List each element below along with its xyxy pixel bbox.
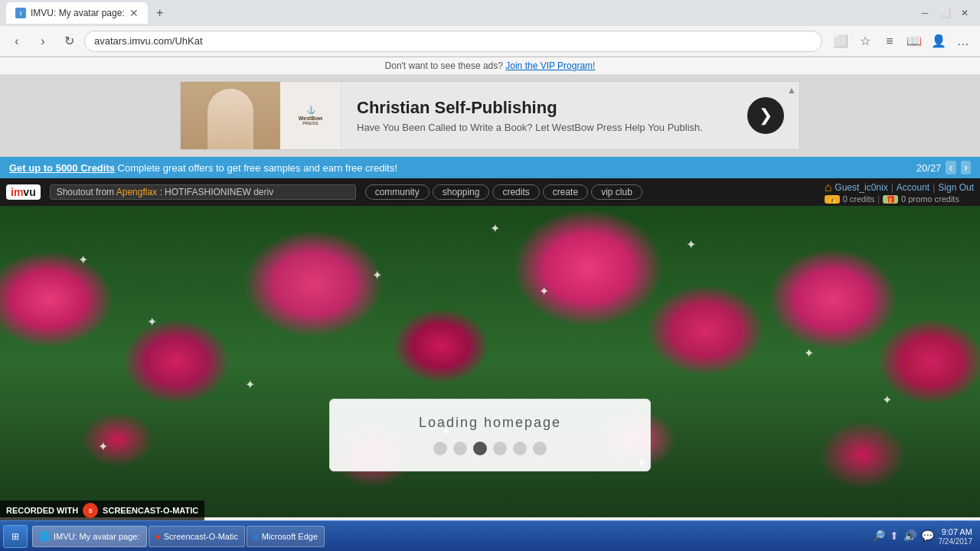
screencast-bar: RECORDED WITH S SCREENCAST-O-MATIC xyxy=(0,500,204,520)
screencast-app-name: SCREENCAST-O-MATIC xyxy=(103,506,198,515)
shoutout-username[interactable]: Apengflax xyxy=(116,187,157,197)
credits-count: 0 credits xyxy=(843,194,875,204)
loading-dots xyxy=(361,442,619,455)
active-tab[interactable]: i IMVU: My avatar page: ✕ xyxy=(6,2,148,24)
ad-subtitle: Have You Been Called to Write a Book? Le… xyxy=(357,122,732,133)
taskbar-right: 🔎 ⬆ 🔊 💬 9:07 AM 7/24/2017 xyxy=(872,527,978,546)
home-icon[interactable]: ⌂ xyxy=(825,181,832,194)
window-controls: ─ ⬜ ✕ xyxy=(916,4,974,22)
taskbar-item-screencast[interactable]: ● Screencast-O-Matic xyxy=(149,526,245,547)
ad-notice-text: Don't want to see these ads? xyxy=(385,60,503,71)
shopping-nav-button[interactable]: shopping xyxy=(433,184,490,200)
credits-badge: 💰 xyxy=(825,195,840,204)
shoutout-message: : HOTIFASHIONINEW deriv xyxy=(159,187,273,197)
taskbar-clock[interactable]: 9:07 AM 7/24/2017 xyxy=(939,527,973,546)
ad-banner-wrapper: ⚓ WestBow PRESS Christian Self-Publishin… xyxy=(0,75,980,157)
user-area: ⌂ Guest_ic0nix | Account | Sign Out 💰 0 … xyxy=(825,181,974,204)
ad-image xyxy=(181,81,280,150)
vip-link[interactable]: Join the VIP Program! xyxy=(505,60,595,71)
search-taskbar-icon[interactable]: 🔎 xyxy=(872,530,885,542)
promo-count: 0 promo credits xyxy=(901,194,959,204)
hero-area: ✦ ✦ ✦ ✦ ✦ ✦ ✦ ✦ ✦ ✦ ✦ ✦ Loading homepage xyxy=(0,206,980,517)
shoutout-bar: Shoutout from Apengflax : HOTIFASHIONINE… xyxy=(50,184,356,200)
address-bar[interactable]: avatars.imvu.com/UhKat xyxy=(84,31,822,52)
taskbar-item-browser[interactable]: 🌐 IMVU: My avatar page: xyxy=(32,526,147,547)
dot-3 xyxy=(473,442,487,455)
read-mode-button[interactable]: 📖 xyxy=(903,31,925,52)
tabs-area: i IMVU: My avatar page: ✕ + xyxy=(6,2,169,24)
credits-bar: Get up to 5000 Credits Complete great of… xyxy=(0,157,980,178)
shoutout-prefix: Shoutout from xyxy=(57,187,116,197)
tab-favicon: i xyxy=(15,8,26,18)
community-nav-button[interactable]: community xyxy=(365,184,430,200)
screencast-recorded-text: RECORDED WITH xyxy=(6,506,78,515)
ad-person-image xyxy=(181,81,280,150)
favorites-button[interactable]: ☆ xyxy=(854,31,876,52)
vip-club-nav-button[interactable]: vip club xyxy=(591,184,642,200)
credits-bar-text: Complete great offers to get free sample… xyxy=(118,162,397,174)
reload-button[interactable]: ↻ xyxy=(58,31,80,52)
minimize-button[interactable]: ─ xyxy=(916,4,934,22)
tab-close-button[interactable]: ✕ xyxy=(129,7,139,19)
nav-icons: ⬜ ☆ ≡ 📖 👤 … xyxy=(830,31,974,52)
page-content: Don't want to see these ads? Join the VI… xyxy=(0,57,980,517)
taskbar-screencast-label: Screencast-O-Matic xyxy=(164,532,238,541)
maximize-button[interactable]: ⬜ xyxy=(936,4,954,22)
ad-logo: ⚓ WestBow PRESS xyxy=(280,81,341,150)
credits-bar-left: Get up to 5000 Credits Complete great of… xyxy=(9,162,397,174)
credits-nav-button[interactable]: credits xyxy=(492,184,539,200)
more-button[interactable]: … xyxy=(952,31,974,52)
dot-5 xyxy=(513,442,527,455)
volume-icon[interactable]: 🔊 xyxy=(903,530,916,542)
account-link[interactable]: Account xyxy=(897,182,929,193)
credits-link[interactable]: Get up to 5000 Credits xyxy=(9,162,115,174)
dot-2 xyxy=(453,442,467,455)
credits-bar-right: 20/27 ‹ › xyxy=(916,161,971,174)
back-button[interactable]: ‹ xyxy=(6,31,28,52)
message-icon[interactable]: 💬 xyxy=(921,530,934,542)
prev-page-button[interactable]: ‹ xyxy=(946,161,956,174)
ad-notice-bar: Don't want to see these ads? Join the VI… xyxy=(0,57,980,75)
title-bar: i IMVU: My avatar page: ✕ + ─ ⬜ ✕ xyxy=(0,0,980,26)
taskbar-items: 🌐 IMVU: My avatar page: ● Screencast-O-M… xyxy=(32,526,871,547)
taskbar-item-edge[interactable]: e Microsoft Edge xyxy=(247,526,325,547)
screencast-logo: S xyxy=(83,503,98,518)
ad-content: Christian Self-Publishing Have You Been … xyxy=(341,86,747,145)
dot-6 xyxy=(533,442,547,455)
page-counter: 20/27 xyxy=(916,162,942,174)
forward-button[interactable]: › xyxy=(32,31,54,52)
ad-title: Christian Self-Publishing xyxy=(357,98,732,118)
hub-button[interactable]: ≡ xyxy=(879,31,900,52)
ad-banner: ⚓ WestBow PRESS Christian Self-Publishin… xyxy=(180,81,800,150)
signout-link[interactable]: Sign Out xyxy=(938,182,974,193)
imvu-nav: imvu Shoutout from Apengflax : HOTIFASHI… xyxy=(0,178,980,206)
taskbar-time: 9:07 AM xyxy=(939,527,973,537)
tab-title: IMVU: My avatar page: xyxy=(31,8,125,18)
taskbar-item-label: IMVU: My avatar page: xyxy=(54,532,140,541)
sidebar-button[interactable]: ⬜ xyxy=(830,31,851,52)
taskbar-edge-label: Microsoft Edge xyxy=(262,532,318,541)
imvu-logo[interactable]: imvu xyxy=(6,184,41,200)
dot-4 xyxy=(493,442,507,455)
nav-bar: ‹ › ↻ avatars.imvu.com/UhKat ⬜ ☆ ≡ 📖 👤 … xyxy=(0,26,980,57)
ad-close-button[interactable]: ▲ xyxy=(787,85,796,96)
ad-cta-button[interactable]: ❯ xyxy=(747,97,784,134)
dot-1 xyxy=(433,442,447,455)
browser-chrome: i IMVU: My avatar page: ✕ + ─ ⬜ ✕ ‹ › ↻ … xyxy=(0,0,980,57)
user-nav-area: ⌂ Guest_ic0nix | Account | Sign Out 💰 0 … xyxy=(825,181,974,204)
promo-badge: 🎁 xyxy=(883,195,898,204)
start-button[interactable]: ⊞ xyxy=(3,525,28,548)
new-tab-button[interactable]: + xyxy=(151,4,169,22)
imvu-nav-buttons: community shopping credits create vip cl… xyxy=(365,184,642,200)
close-button[interactable]: ✕ xyxy=(956,4,974,22)
loading-text: Loading homepage xyxy=(361,415,619,431)
user-nav-top: ⌂ Guest_ic0nix | Account | Sign Out xyxy=(825,181,974,194)
notify-icon[interactable]: ⬆ xyxy=(890,530,899,542)
url-text: avatars.imvu.com/UhKat xyxy=(94,35,203,47)
taskbar: ⊞ 🌐 IMVU: My avatar page: ● Screencast-O… xyxy=(0,520,980,551)
next-page-button[interactable]: › xyxy=(961,161,971,174)
create-nav-button[interactable]: create xyxy=(543,184,588,200)
profile-button[interactable]: 👤 xyxy=(928,31,949,52)
username-link[interactable]: Guest_ic0nix xyxy=(835,182,887,193)
loading-overlay: Loading homepage xyxy=(329,399,651,471)
